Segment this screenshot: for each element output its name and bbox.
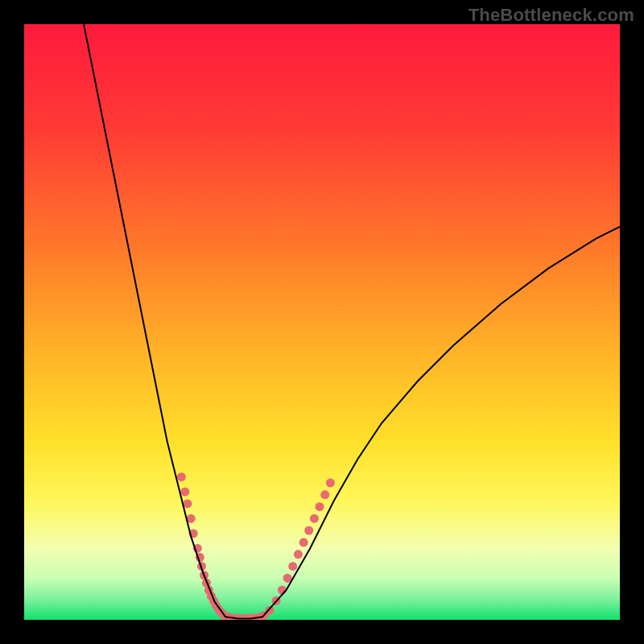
dot-marker <box>180 487 189 496</box>
dot-marker <box>299 538 308 547</box>
gradient-rect <box>24 24 620 620</box>
dot-marker <box>304 526 313 535</box>
dot-marker <box>288 562 297 571</box>
dot-marker <box>294 550 303 559</box>
dot-marker <box>177 473 186 481</box>
dot-marker <box>320 490 329 499</box>
dot-marker <box>310 514 319 523</box>
dot-marker <box>316 502 324 511</box>
plot-area <box>24 24 620 620</box>
dot-marker <box>326 478 335 487</box>
dot-marker <box>278 586 287 595</box>
watermark-text: TheBottleneck.com <box>469 5 634 26</box>
chart-frame: TheBottleneck.com <box>0 0 644 644</box>
chart-svg <box>24 24 620 620</box>
